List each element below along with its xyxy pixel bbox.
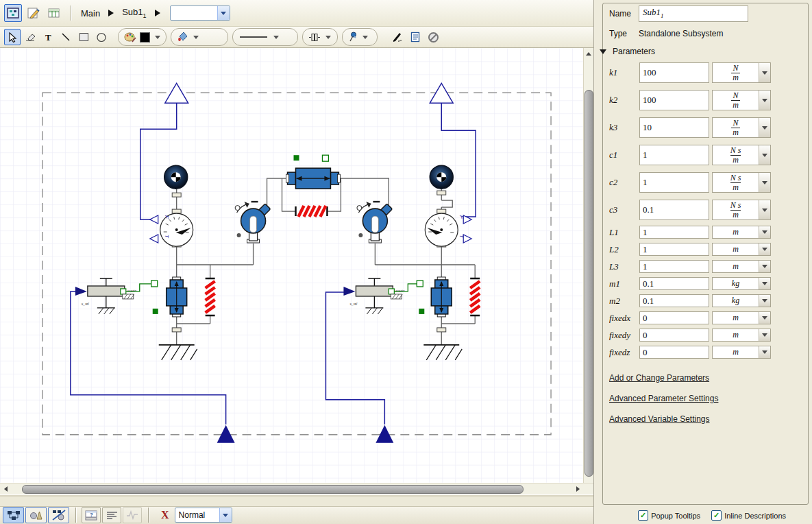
param-unit-select[interactable]: Nm	[712, 117, 771, 138]
rectangle-tool-button[interactable]	[75, 29, 92, 45]
param-value-input[interactable]: 10	[639, 117, 709, 138]
breadcrumb-main[interactable]: Main	[81, 8, 100, 19]
signal-port-square-filled[interactable]	[419, 309, 424, 314]
signal-port-square[interactable]	[417, 281, 423, 287]
signature-tool-button[interactable]	[389, 29, 406, 45]
console-output-button[interactable]	[102, 507, 121, 523]
param-unit-value: N sm	[713, 145, 759, 165]
unit-dropdown-button[interactable]	[759, 145, 770, 165]
param-value-input[interactable]: 1	[639, 145, 709, 165]
param-unit-select[interactable]: N sm	[712, 200, 771, 220]
param-value-input[interactable]: 0	[639, 329, 709, 342]
unit-dropdown-button[interactable]	[759, 118, 770, 137]
popup-tooltips-checkbox[interactable]: ✓	[638, 510, 648, 521]
zoom-select-button[interactable]	[217, 6, 230, 20]
scroll-up-button[interactable]	[585, 49, 593, 58]
signal-port-square[interactable]	[151, 281, 158, 287]
signal-port-square-filled[interactable]	[294, 156, 299, 161]
ellipse-tool-button[interactable]	[93, 29, 110, 45]
zoom-level-select[interactable]	[170, 5, 230, 21]
scroll-right-button[interactable]	[574, 485, 582, 493]
param-unit-select[interactable]: m	[712, 226, 771, 239]
vertical-scroll-thumb[interactable]	[585, 90, 593, 477]
name-input[interactable]: Sub11	[639, 5, 748, 22]
unit-dropdown-button[interactable]	[759, 243, 770, 255]
disable-button[interactable]	[425, 29, 441, 45]
param-value-input[interactable]: 1	[639, 172, 709, 193]
param-value-input[interactable]: 100	[639, 62, 709, 83]
fill-color-select[interactable]	[171, 28, 228, 46]
param-unit-select[interactable]: m	[712, 243, 771, 256]
param-value-input[interactable]: 1	[639, 226, 709, 239]
line-style-select[interactable]	[232, 28, 298, 46]
eraser-tool-button[interactable]	[22, 29, 38, 45]
toolbar-separator	[71, 5, 72, 21]
param-unit-select[interactable]: m	[712, 329, 771, 342]
pin-select[interactable]	[342, 28, 378, 46]
breadcrumb-sub1[interactable]: Sub11	[122, 7, 146, 19]
param-unit-select[interactable]: m	[712, 346, 771, 359]
horizontal-scroll-thumb[interactable]	[22, 485, 524, 494]
unit-dropdown-button[interactable]	[759, 312, 770, 324]
unit-dropdown-button[interactable]	[759, 200, 770, 219]
param-value-input[interactable]: 0.1	[639, 200, 709, 220]
diagram-view-button[interactable]	[3, 507, 24, 523]
advanced-variable-settings-link[interactable]: Advanced Variable Settings	[609, 414, 812, 424]
unit-dropdown-button[interactable]	[759, 295, 770, 307]
scroll-left-button[interactable]	[1, 485, 10, 493]
select-tool-button[interactable]	[4, 29, 21, 45]
param-value-input[interactable]: 0.1	[639, 277, 709, 290]
unit-dropdown-button[interactable]	[759, 346, 770, 358]
force-torque-gauge-icon[interactable]	[425, 213, 458, 246]
horizontal-scrollbar[interactable]	[0, 483, 593, 495]
signal-port-square[interactable]	[322, 156, 328, 162]
model-workspace-button[interactable]	[4, 4, 22, 22]
model-diagram-canvas[interactable]: s_rel exact=	[0, 48, 583, 483]
param-unit-select[interactable]: m	[712, 260, 771, 273]
unit-dropdown-button[interactable]	[759, 278, 770, 289]
add-change-parameters-link[interactable]: Add or Change Parameters	[609, 373, 812, 383]
param-value-input[interactable]: 0	[639, 311, 709, 324]
advanced-parameter-settings-link[interactable]: Advanced Parameter Settings	[609, 394, 812, 403]
param-row: L21m	[594, 241, 812, 258]
param-value-input[interactable]: 0	[639, 346, 709, 359]
inline-descriptions-checkbox[interactable]: ✓	[711, 510, 722, 521]
signal-port-square-filled[interactable]	[153, 309, 158, 314]
param-unit-select[interactable]: Nm	[712, 90, 771, 110]
clear-error-button[interactable]: X	[161, 509, 169, 521]
description-button[interactable]	[407, 29, 423, 45]
param-unit-select[interactable]: N sm	[712, 172, 771, 193]
cursor-arrow-icon	[8, 32, 17, 43]
line-tool-button[interactable]	[58, 29, 74, 45]
param-value-input[interactable]: 1	[639, 260, 709, 273]
splitter-strip[interactable]	[0, 495, 593, 506]
param-unit-select[interactable]: Nm	[712, 62, 771, 83]
param-value-input[interactable]: 0.1	[639, 294, 709, 307]
unit-dropdown-button[interactable]	[759, 226, 770, 238]
combined-view-button[interactable]	[48, 507, 69, 523]
collapse-triangle-icon[interactable]	[600, 49, 606, 54]
annotation-edit-button[interactable]	[25, 4, 42, 22]
pen-color-select[interactable]	[118, 28, 167, 46]
unit-dropdown-button[interactable]	[759, 261, 770, 272]
param-unit-select[interactable]: m	[712, 311, 771, 324]
parameters-table-button[interactable]	[45, 4, 63, 22]
mode-select-button[interactable]	[219, 508, 232, 522]
param-row: L11m	[594, 224, 812, 241]
text-tool-button[interactable]: T	[40, 29, 56, 45]
3d-view-button[interactable]	[25, 507, 47, 523]
vertical-scrollbar[interactable]	[583, 48, 593, 483]
param-value-input[interactable]: 1	[639, 243, 709, 256]
param-unit-select[interactable]: N sm	[712, 145, 771, 165]
param-value-input[interactable]: 100	[639, 90, 709, 110]
unit-dropdown-button[interactable]	[759, 173, 770, 192]
unit-dropdown-button[interactable]	[759, 91, 770, 110]
simulation-mode-select[interactable]: Normal	[175, 508, 232, 523]
simulation-results-button[interactable]	[123, 507, 142, 523]
param-unit-select[interactable]: kg	[712, 277, 771, 290]
unit-dropdown-button[interactable]	[759, 329, 770, 341]
port-spacing-select[interactable]	[302, 28, 338, 46]
unit-dropdown-button[interactable]	[759, 63, 770, 82]
help-pane-button[interactable]: ?	[82, 507, 101, 523]
param-unit-select[interactable]: kg	[712, 294, 771, 307]
